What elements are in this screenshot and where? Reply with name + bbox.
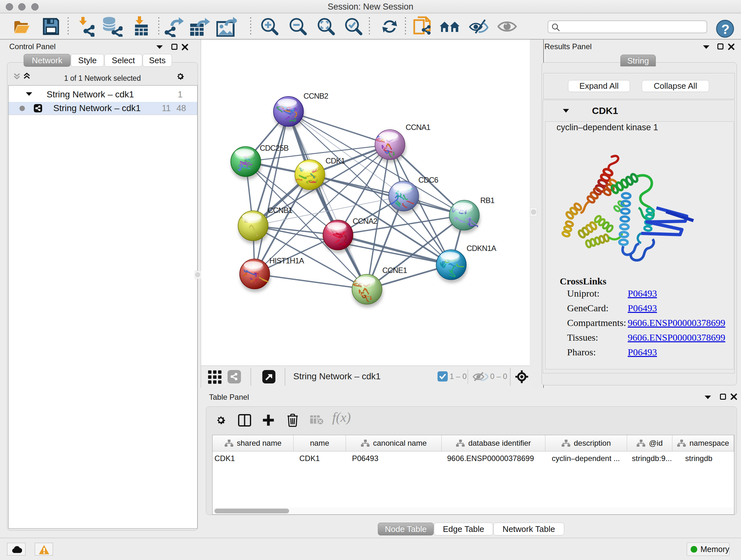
svg-text:CCNB2: CCNB2 <box>304 91 328 100</box>
svg-text:CCNA2: CCNA2 <box>353 217 378 226</box>
svg-text:CDK1: CDK1 <box>326 157 345 165</box>
svg-text:CCNA1: CCNA1 <box>406 123 430 132</box>
svg-text:HIST1H1A: HIST1H1A <box>269 256 304 265</box>
svg-text:CDKN1A: CDKN1A <box>467 244 496 253</box>
svg-text:RB1: RB1 <box>480 196 495 205</box>
svg-text:CDC6: CDC6 <box>418 176 439 184</box>
svg-text:CCNE1: CCNE1 <box>382 266 407 274</box>
svg-text:CDC25B: CDC25B <box>260 144 288 152</box>
svg-text:CCNB1: CCNB1 <box>268 206 293 214</box>
